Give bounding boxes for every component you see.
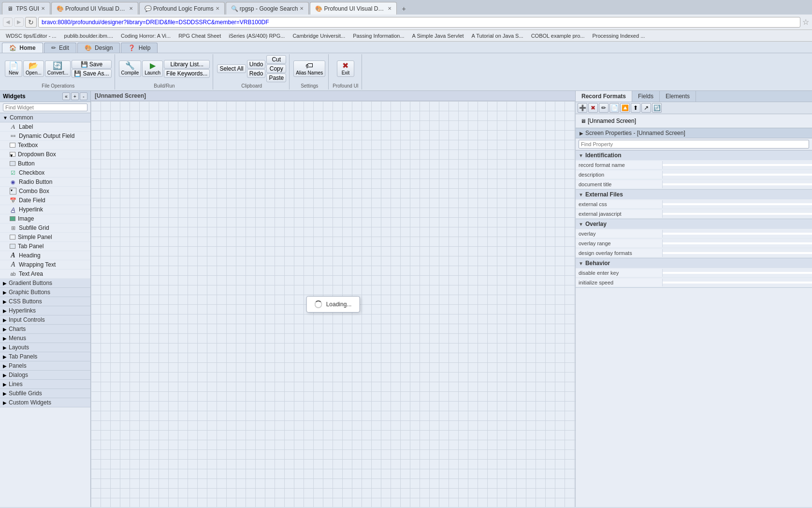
library-list-button[interactable]: Library List... — [164, 60, 210, 69]
widget-combo-box[interactable]: ▾ Combo Box — [0, 187, 90, 196]
widget-dynamic-output[interactable]: ≡≡ Dynamic Output Field — [0, 132, 90, 141]
prop-value-description[interactable] — [663, 174, 812, 176]
group-header-layouts[interactable]: ▶ Layouts — [0, 343, 90, 352]
group-header-gradient-buttons[interactable]: ▶ Gradient Buttons — [0, 279, 90, 288]
address-bar[interactable] — [38, 17, 800, 28]
filter-input[interactable] — [3, 104, 87, 111]
group-header-tab-panels[interactable]: ▶ Tab Panels — [0, 352, 90, 361]
save-button[interactable]: 💾 Save — [72, 60, 111, 69]
save-as-button[interactable]: 💾 Save As... — [72, 69, 111, 78]
widget-button[interactable]: Button — [0, 159, 90, 168]
group-header-charts[interactable]: ▶ Charts — [0, 325, 90, 334]
prop-section-header-behavior[interactable]: ▼ Behavior — [576, 258, 812, 268]
prop-value-disable-enter-key[interactable] — [663, 272, 812, 274]
widget-textbox[interactable]: Textbox — [0, 141, 90, 150]
refresh-button[interactable]: ↻ — [25, 17, 37, 28]
widget-simple-panel[interactable]: Simple Panel — [0, 233, 90, 242]
tab-close-profound-ui-1[interactable]: ✕ — [129, 6, 133, 11]
widget-subfile-grid[interactable]: ⊞ Subfile Grid — [0, 224, 90, 233]
rp-add-button[interactable]: ➕ — [578, 103, 587, 113]
tab-profound-logic-forums[interactable]: 💬 Profound Logic Forums ✕ — [139, 2, 225, 15]
file-keywords-button[interactable]: File Keywords... — [164, 69, 210, 78]
prop-search-input[interactable] — [579, 140, 809, 149]
group-header-custom-widgets[interactable]: ▶ Custom Widgets — [0, 398, 90, 407]
tab-rpgsp[interactable]: 🔍 rpgsp - Google Search ✕ — [226, 2, 309, 15]
prop-value-external-css[interactable] — [663, 203, 812, 205]
group-header-hyperlinks[interactable]: ▶ Hyperlinks — [0, 306, 90, 315]
bookmark-publib[interactable]: publib.boulder.ibm.... — [61, 32, 116, 39]
prop-value-external-javascript[interactable] — [663, 213, 812, 215]
copy-button[interactable]: Copy — [266, 64, 286, 73]
group-header-dialogs[interactable]: ▶ Dialogs — [0, 371, 90, 380]
widget-heading[interactable]: A Heading — [0, 251, 90, 260]
alias-names-button[interactable]: 🏷 Alias Names — [293, 60, 325, 77]
prop-section-header-overlay[interactable]: ▼ Overlay — [576, 219, 812, 229]
tab-record-formats[interactable]: Record Formats — [576, 91, 632, 102]
cut-button[interactable]: Cut — [266, 55, 286, 64]
rp-refresh-button[interactable]: 🔃 — [652, 103, 662, 113]
group-header-panels[interactable]: ▶ Panels — [0, 361, 90, 371]
group-header-css-buttons[interactable]: ▶ CSS Buttons — [0, 297, 90, 306]
tab-profound-ui-1[interactable]: 🎨 Profound UI Visual Design... ✕ — [51, 2, 138, 15]
bookmark-wdsc[interactable]: WDSC tips/Editor - ... — [3, 32, 59, 39]
forward-button[interactable]: ▶ — [14, 17, 24, 27]
canvas-content[interactable]: Loading... — [91, 101, 575, 507]
compile-button[interactable]: 🔧 Compile — [119, 60, 142, 77]
new-tab-button[interactable]: + — [398, 3, 409, 15]
rp-move-button[interactable]: ↗ — [641, 103, 651, 113]
widget-date-field[interactable]: 📅 Date Field — [0, 196, 90, 205]
redo-button[interactable]: Redo — [247, 69, 266, 78]
prop-value-record-format-name[interactable] — [663, 164, 812, 166]
prop-value-design-overlay-formats[interactable] — [663, 252, 812, 254]
widget-tab-panel[interactable]: Tab Panel — [0, 242, 90, 251]
launch-button[interactable]: ▶ Launch — [142, 60, 163, 77]
prop-value-overlay[interactable] — [663, 233, 812, 235]
convert-button[interactable]: 🔄 Convert... — [45, 60, 71, 77]
bookmark-passing-info[interactable]: Passing Information... — [350, 32, 407, 39]
rp-moveup-button[interactable]: 🔼 — [620, 103, 630, 113]
tab-tps-gui[interactable]: 🖥 TPS GUI ✕ — [2, 2, 50, 15]
toolbar-tab-edit[interactable]: ✏ Edit — [44, 43, 76, 53]
widget-text-area[interactable]: ab Text Area — [0, 269, 90, 279]
group-header-subfile-grids[interactable]: ▶ Subfile Grids — [0, 389, 90, 398]
undo-button[interactable]: Undo — [247, 60, 266, 69]
prop-section-header-external-files[interactable]: ▼ External Files — [576, 190, 812, 199]
bookmark-cambridge[interactable]: Cambridge Universit... — [290, 32, 348, 39]
bookmark-processing[interactable]: Processing Indexed ... — [589, 32, 648, 39]
new-button[interactable]: 📄 New — [5, 60, 22, 77]
group-header-menus[interactable]: ▶ Menus — [0, 334, 90, 343]
rp-copy-button[interactable]: 📄 — [609, 103, 619, 113]
back-button[interactable]: ◀ — [3, 17, 13, 27]
bookmark-java-servlet[interactable]: A Simple Java Servlet — [409, 32, 467, 39]
widgets-collapse-button[interactable]: « — [62, 92, 70, 100]
widget-wrapping-text[interactable]: A Wrapping Text — [0, 260, 90, 269]
rp-edit-button[interactable]: ✏ — [599, 103, 609, 113]
prop-value-document-title[interactable] — [663, 183, 812, 185]
tab-close-profound-ui-2[interactable]: ✕ — [388, 6, 392, 11]
record-tree-item-unnamed[interactable]: 🖥 [Unnamed Screen] — [578, 116, 810, 126]
group-header-graphic-buttons[interactable]: ▶ Graphic Buttons — [0, 288, 90, 297]
rp-expand-button[interactable]: ⬆ — [631, 103, 640, 113]
bookmark-java-tutorial[interactable]: A Tutorial on Java S... — [469, 32, 526, 39]
widget-checkbox[interactable]: ☑ Checkbox — [0, 168, 90, 178]
widget-label[interactable]: A Label — [0, 122, 90, 132]
group-header-lines[interactable]: ▶ Lines — [0, 380, 90, 389]
toolbar-tab-design[interactable]: 🎨 Design — [77, 43, 120, 53]
widgets-add-button[interactable]: + — [71, 92, 79, 100]
open-button[interactable]: 📂 Open... — [23, 60, 44, 77]
exit-button[interactable]: ✖ Exit — [337, 60, 354, 77]
widget-dropdown-box[interactable]: ▾ Dropdown Box — [0, 150, 90, 159]
bookmark-star-button[interactable]: ☆ — [802, 17, 809, 27]
group-header-common[interactable]: ▼ Common — [0, 113, 90, 122]
widget-hyperlink[interactable]: A Hyperlink — [0, 205, 90, 214]
prop-section-header-identification[interactable]: ▼ Identification — [576, 150, 812, 160]
tab-close-rpgsp[interactable]: ✕ — [300, 6, 304, 11]
tab-close-tps-gui[interactable]: ✕ — [41, 6, 45, 11]
widgets-remove-button[interactable]: - — [80, 92, 87, 100]
tab-profound-ui-2[interactable]: 🎨 Profound UI Visual Design... ✕ — [310, 2, 397, 15]
bookmark-rpg-cheat[interactable]: RPG Cheat Sheet — [175, 32, 224, 39]
bookmark-coding-horror[interactable]: Coding Horror: A Vi... — [118, 32, 174, 39]
tab-close-forums[interactable]: ✕ — [216, 6, 219, 11]
toolbar-tab-help[interactable]: ❓ Help — [121, 43, 158, 53]
widget-image[interactable]: Image — [0, 214, 90, 224]
